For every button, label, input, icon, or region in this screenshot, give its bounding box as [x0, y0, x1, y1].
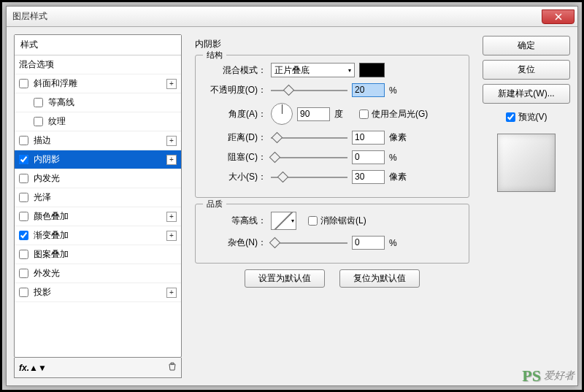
reset-default-button[interactable]: 复位为默认值	[339, 269, 420, 288]
expand-icon[interactable]: +	[166, 136, 177, 146]
watermark-logo: PS	[522, 366, 541, 385]
contour-picker[interactable]: ▾	[271, 212, 296, 230]
chevron-down-icon: ▾	[348, 67, 351, 74]
blend-mode-label: 混合模式：	[204, 64, 266, 77]
color-swatch[interactable]	[359, 63, 385, 77]
style-checkbox[interactable]	[19, 79, 28, 88]
opacity-label: 不透明度(O)：	[204, 84, 266, 96]
preview-label: 预览(V)	[518, 111, 548, 123]
ok-button[interactable]: 确定	[483, 36, 570, 55]
style-item[interactable]: 颜色叠加+	[15, 207, 181, 226]
style-checkbox[interactable]	[19, 288, 28, 297]
style-checkbox[interactable]	[19, 231, 28, 240]
expand-icon[interactable]: +	[166, 155, 177, 165]
style-item[interactable]: 外发光	[15, 264, 181, 283]
left-panel: 样式 混合选项 斜面和浮雕+等高线纹理描边+内阴影+内发光光泽颜色叠加+渐变叠加…	[14, 34, 182, 378]
cancel-button[interactable]: 复位	[483, 60, 570, 80]
style-checkbox[interactable]	[19, 250, 28, 259]
size-slider[interactable]	[271, 172, 347, 182]
item-label: 混合选项	[19, 58, 54, 71]
blend-options-item[interactable]: 混合选项	[15, 55, 181, 74]
angle-label: 角度(A)：	[204, 108, 266, 120]
style-item[interactable]: 图案叠加	[15, 245, 181, 264]
preview-checkbox[interactable]	[506, 112, 515, 122]
opacity-slider[interactable]	[271, 85, 347, 96]
choke-input[interactable]: 0	[352, 150, 385, 164]
window-title: 图层样式	[7, 10, 47, 23]
global-light-label: 使用全局光(G)	[372, 108, 428, 120]
style-checkbox[interactable]	[19, 136, 28, 145]
noise-label: 杂色(N)：	[204, 237, 266, 249]
noise-slider[interactable]	[271, 238, 347, 248]
structure-fieldset: 结构 混合模式： 正片叠底 ▾ 不透明度(O)： 20 % 角度(A)：	[195, 55, 469, 198]
style-item[interactable]: 渐变叠加+	[15, 226, 181, 245]
distance-input[interactable]: 10	[352, 131, 385, 145]
angle-input[interactable]: 90	[297, 107, 330, 121]
expand-icon[interactable]: +	[166, 288, 177, 298]
settings-panel: 内阴影 结构 混合模式： 正片叠底 ▾ 不透明度(O)： 20 %	[188, 34, 477, 378]
opacity-input[interactable]: 20	[352, 83, 385, 97]
style-checkbox[interactable]	[19, 212, 28, 221]
style-label: 渐变叠加	[34, 229, 69, 242]
noise-unit: %	[389, 238, 410, 248]
blend-mode-dropdown[interactable]: 正片叠底 ▾	[271, 63, 355, 77]
quality-label: 品质	[203, 199, 226, 210]
choke-slider[interactable]	[271, 153, 347, 163]
style-label: 纹理	[48, 115, 66, 128]
styles-header[interactable]: 样式	[15, 35, 181, 55]
fx-icon[interactable]: fx.	[19, 363, 29, 373]
distance-slider[interactable]	[271, 133, 347, 143]
new-style-button[interactable]: 新建样式(W)...	[483, 84, 570, 104]
style-label: 斜面和浮雕	[34, 77, 77, 90]
choke-label: 阻塞(C)：	[204, 151, 266, 164]
close-button[interactable]	[542, 9, 575, 24]
size-unit: 像素	[389, 171, 410, 183]
style-checkbox[interactable]	[19, 174, 28, 183]
style-item[interactable]: 内发光	[15, 169, 181, 188]
distance-label: 距离(D)：	[204, 131, 266, 144]
style-list: 样式 混合选项 斜面和浮雕+等高线纹理描边+内阴影+内发光光泽颜色叠加+渐变叠加…	[14, 34, 182, 358]
global-light-checkbox[interactable]	[359, 109, 369, 119]
style-item[interactable]: 光泽	[15, 188, 181, 207]
size-input[interactable]: 30	[352, 170, 385, 184]
antialias-checkbox[interactable]	[308, 216, 318, 226]
antialias-label: 消除锯齿(L)	[320, 215, 366, 227]
watermark-text: 爱好者	[544, 369, 575, 383]
style-label: 外发光	[34, 267, 60, 280]
style-label: 内阴影	[34, 153, 60, 166]
style-checkbox[interactable]	[19, 193, 28, 202]
opacity-unit: %	[389, 85, 410, 96]
list-footer: fx. ▲ ▼	[14, 358, 182, 378]
arrow-up-icon[interactable]: ▲	[29, 363, 38, 373]
style-label: 内发光	[34, 172, 60, 185]
right-panel: 确定 复位 新建样式(W)... 预览(V)	[483, 34, 570, 378]
set-default-button[interactable]: 设置为默认值	[245, 269, 325, 288]
style-checkbox[interactable]	[19, 269, 28, 278]
angle-unit: 度	[334, 108, 355, 120]
style-checkbox[interactable]	[34, 117, 43, 126]
style-checkbox[interactable]	[34, 98, 43, 107]
style-item[interactable]: 描边+	[15, 131, 181, 150]
quality-fieldset: 品质 等高线： ▾ 消除锯齿(L) 杂色(N)： 0 %	[195, 204, 469, 264]
expand-icon[interactable]: +	[166, 212, 177, 222]
expand-icon[interactable]: +	[166, 79, 177, 89]
style-checkbox[interactable]	[19, 155, 28, 164]
structure-label: 结构	[203, 50, 226, 61]
distance-unit: 像素	[389, 131, 410, 144]
style-item[interactable]: 纹理	[15, 112, 181, 131]
expand-icon[interactable]: +	[166, 231, 177, 241]
angle-dial[interactable]	[271, 103, 293, 125]
style-label: 投影	[34, 286, 51, 299]
arrow-down-icon[interactable]: ▼	[38, 363, 47, 373]
noise-input[interactable]: 0	[352, 236, 385, 250]
style-item[interactable]: 等高线	[15, 93, 181, 112]
style-item[interactable]: 内阴影+	[15, 150, 181, 169]
style-item[interactable]: 斜面和浮雕+	[15, 74, 181, 93]
trash-icon[interactable]	[168, 362, 177, 373]
size-label: 大小(S)：	[204, 171, 266, 183]
style-label: 描边	[34, 134, 51, 147]
style-label: 颜色叠加	[34, 210, 69, 223]
style-item[interactable]: 投影+	[15, 283, 181, 302]
style-label: 图案叠加	[34, 248, 69, 261]
chevron-down-icon: ▾	[291, 218, 296, 224]
